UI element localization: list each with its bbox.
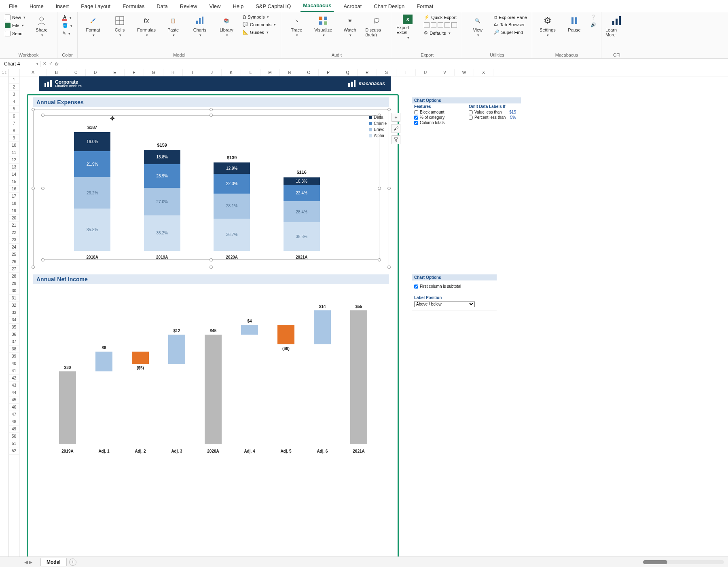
fx-icon[interactable]: fx <box>55 61 59 66</box>
pct-category-checkbox[interactable]: % of category <box>412 115 466 120</box>
export-excel-button[interactable]: XExport Excel <box>396 15 419 40</box>
settings-button[interactable]: ⚙Settings <box>536 15 559 37</box>
export-thumbs[interactable] <box>423 22 458 28</box>
defaults-button[interactable]: ⚙Defaults <box>423 30 458 36</box>
formula-input[interactable] <box>61 61 728 67</box>
percent-less-than-checkbox[interactable]: Percent less than5% <box>466 115 521 120</box>
column-headers: 1 2 ABCDEFGHIJKLMNOPQRSTUVWX <box>0 69 728 76</box>
col-header-V[interactable]: V <box>435 69 455 76</box>
sheet-tab-model[interactable]: Model <box>40 558 67 559</box>
chart-filter-button[interactable] <box>392 135 400 144</box>
col-header-I[interactable]: I <box>183 69 202 76</box>
menu-macabacus[interactable]: Macabacus <box>301 1 334 12</box>
col-header-B[interactable]: B <box>47 69 66 76</box>
col-header-K[interactable]: K <box>222 69 241 76</box>
row-headers[interactable]: 1234567891011121314151617181920212223242… <box>9 76 19 559</box>
chart-styles-button[interactable]: 🖌 <box>392 124 400 133</box>
file-button[interactable]: File <box>4 23 26 28</box>
col-header-M[interactable]: M <box>260 69 280 76</box>
col-header-D[interactable]: D <box>86 69 105 76</box>
col-header-N[interactable]: N <box>280 69 299 76</box>
col-header-L[interactable]: L <box>241 69 260 76</box>
menu-insert[interactable]: Insert <box>53 2 72 12</box>
discuss-button[interactable]: 💭Discuss (beta) <box>365 15 388 37</box>
col-header-U[interactable]: U <box>416 69 435 76</box>
ribbon-group-utilities: 🔍View ⧉Explorer Pane 🗂Tab Browser 🔎Super… <box>462 12 532 58</box>
col-header-J[interactable]: J <box>202 69 222 76</box>
chart-elements-button[interactable]: ＋ <box>392 113 400 122</box>
view-button[interactable]: 🔍View <box>466 15 489 37</box>
border-color-button[interactable]: ✎ <box>61 31 73 36</box>
guides-button[interactable]: 📐Guides <box>242 30 277 35</box>
col-header-T[interactable]: T <box>396 69 416 76</box>
col-header-S[interactable]: S <box>377 69 396 76</box>
col-header-X[interactable]: X <box>474 69 493 76</box>
symbols-button[interactable]: ΩSymbols <box>242 15 277 19</box>
menu-data[interactable]: Data <box>154 2 170 12</box>
outline-controls[interactable]: 1 2 <box>0 69 9 76</box>
menu-view[interactable]: View <box>207 2 223 12</box>
library-button[interactable]: 📚Library <box>215 15 238 37</box>
trace-button[interactable]: ↘Trace <box>285 15 308 37</box>
fill-color-button[interactable]: 🪣 <box>61 23 73 28</box>
menu-pagelayout[interactable]: Page Layout <box>78 2 113 12</box>
col-header-Q[interactable]: Q <box>338 69 358 76</box>
menu-acrobat[interactable]: Acrobat <box>341 2 364 12</box>
menu-formulas[interactable]: Formulas <box>120 2 147 12</box>
paste-button[interactable]: 📋Paste <box>162 15 184 37</box>
menu-file[interactable]: File <box>6 2 20 12</box>
watch-button[interactable]: 👁Watch <box>339 15 361 37</box>
col-header-G[interactable]: G <box>144 69 163 76</box>
comments-button[interactable]: 💬Comments <box>242 22 277 27</box>
sheet-tab-bar: ◀ ▶ Model ＋ <box>0 556 728 559</box>
share-button[interactable]: Share <box>30 15 53 37</box>
pause-button[interactable]: Pause <box>563 15 586 32</box>
help-button[interactable]: ❔ <box>590 15 597 20</box>
col-header-C[interactable]: C <box>66 69 86 76</box>
name-box[interactable]: Chart 4 <box>0 61 40 67</box>
menu-review[interactable]: Review <box>178 2 200 12</box>
annual-expenses-chart[interactable]: ✥ 35.8%26.2%21.9%16.0%$18735.2%27.0%23.9… <box>33 110 389 267</box>
quick-export-button[interactable]: ⚡Quick Export <box>423 15 458 20</box>
visualize-button[interactable]: Visualize <box>312 15 334 37</box>
font-color-button[interactable]: A <box>61 15 73 21</box>
column-totals-checkbox[interactable]: Column totals <box>412 120 466 125</box>
col-header-P[interactable]: P <box>319 69 338 76</box>
block-amount-checkbox[interactable]: Block amount <box>412 110 466 115</box>
menu-help[interactable]: Help <box>230 2 246 12</box>
annual-net-income-chart[interactable]: $30$8($5)$12$45$4($8)$14$55 2019AAdj. 1A… <box>33 287 389 460</box>
select-all-cell[interactable] <box>9 69 19 76</box>
col-header-E[interactable]: E <box>105 69 125 76</box>
trace-icon: ↘ <box>290 15 303 27</box>
add-sheet-button[interactable]: ＋ <box>69 559 76 559</box>
label-position-select[interactable]: Above / below <box>414 301 475 307</box>
menu-chartdesign[interactable]: Chart Design <box>371 2 407 12</box>
sound-button[interactable]: 🔊 <box>590 22 597 27</box>
col-header-H[interactable]: H <box>163 69 183 76</box>
value-less-than-checkbox[interactable]: Value less than$15 <box>466 110 521 115</box>
learn-more-button[interactable]: Learn More <box>605 15 628 37</box>
format-button[interactable]: 🖌️Format <box>82 15 104 37</box>
cancel-formula-icon[interactable]: ✕ <box>43 61 47 66</box>
super-find-button[interactable]: 🔎Super Find <box>493 30 528 35</box>
col-header-W[interactable]: W <box>455 69 474 76</box>
menu-home[interactable]: Home <box>27 2 46 12</box>
tab-browser-button[interactable]: 🗂Tab Browser <box>493 22 528 27</box>
new-button[interactable]: New <box>4 15 26 20</box>
menu-format[interactable]: Format <box>414 2 436 12</box>
ribbon-group-model: 🖌️Format Cells fxFormulas 📋Paste Charts … <box>78 12 281 58</box>
enter-formula-icon[interactable]: ✓ <box>49 61 53 66</box>
col-header-R[interactable]: R <box>358 69 377 76</box>
formulas-button[interactable]: fxFormulas <box>135 15 158 37</box>
col-header-F[interactable]: F <box>125 69 144 76</box>
col-header-A[interactable]: A <box>19 69 47 76</box>
col-header-O[interactable]: O <box>299 69 319 76</box>
charts-button[interactable]: Charts <box>188 15 211 37</box>
explorer-pane-button[interactable]: ⧉Explorer Pane <box>493 15 528 20</box>
worksheet[interactable]: 1234567891011121314151617181920212223242… <box>0 76 728 559</box>
cells-button[interactable]: Cells <box>108 15 131 37</box>
send-button[interactable]: Send <box>4 31 26 36</box>
first-col-subtotal-checkbox[interactable]: First column is subtotal <box>412 284 497 289</box>
group-label-utilities: Utilities <box>466 51 528 57</box>
menu-spcapiq[interactable]: S&P Capital IQ <box>253 2 293 12</box>
